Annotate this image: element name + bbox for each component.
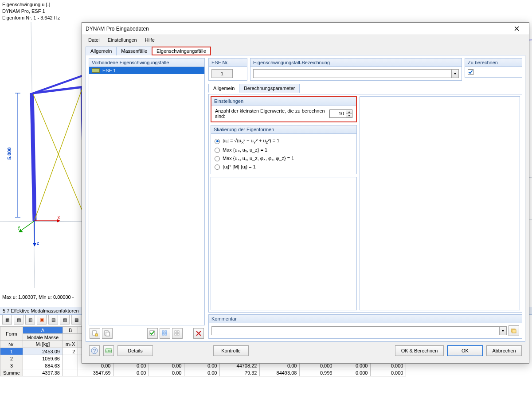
new-button[interactable] <box>90 328 100 339</box>
kontrolle-button[interactable]: Kontrolle <box>213 345 249 356</box>
svg-marker-23 <box>33 243 36 246</box>
titlebar[interactable]: DYNAM Pro Eingabedaten <box>82 23 529 35</box>
overlay-l2: DYNAM Pro, ESF 1 <box>2 8 60 15</box>
close-button[interactable] <box>508 23 525 35</box>
skalierung-group: Skalierung der Eigenformen |uⱼ| = √(uX² … <box>211 125 357 174</box>
toolbar-btn-3[interactable]: ▥ <box>25 315 35 325</box>
svg-line-13 <box>33 94 84 215</box>
tab-allgemein[interactable]: Allgemein <box>86 47 117 55</box>
spin-down-icon[interactable]: ▼ <box>346 114 352 117</box>
tab-eigenschwingungsfaelle[interactable]: Eigenschwingungsfälle <box>152 47 211 55</box>
svg-rect-39 <box>512 330 516 333</box>
empty-panel-left <box>211 177 357 310</box>
eigenwerte-spin[interactable]: ▲ ▼ <box>329 110 352 118</box>
units-button[interactable]: 0.00 <box>103 345 114 356</box>
subtab-berechnungsparameter[interactable]: Berechnungsparameter <box>239 84 300 93</box>
list-item[interactable]: ESF 1 <box>89 67 204 74</box>
tool-3-button[interactable] <box>172 328 183 339</box>
copy-button[interactable] <box>102 328 113 339</box>
dialog-title: DYNAM Pro Eingabedaten <box>86 26 508 32</box>
esfnr-value: 1 <box>211 69 233 78</box>
units-icon: 0.00 <box>105 347 112 354</box>
kommentar-combo[interactable]: ▼ <box>211 326 507 335</box>
scale-radio-3[interactable] <box>215 156 220 161</box>
bezeichnung-head: Eigenschwingungsfall-Bezeichnung <box>250 58 462 66</box>
esf-list[interactable]: ESF 1 <box>89 66 205 325</box>
new-doc-icon <box>92 330 98 336</box>
menu-settings[interactable]: Einstellungen <box>104 36 141 43</box>
subtab-allgemein[interactable]: Allgemein <box>208 84 239 93</box>
eigenwerte-label: Anzahl der kleinsten Eigenwerte, die zu … <box>215 108 325 119</box>
col-modalemasse: Modale Masse <box>23 334 63 341</box>
esfnr-head: ESF Nr. <box>208 58 247 66</box>
einstellungen-group: Einstellungen Anzahl der kleinsten Eigen… <box>211 96 357 122</box>
details-button[interactable]: Details <box>117 345 153 356</box>
menu-help[interactable]: Hilfe <box>141 36 158 43</box>
scale-radio-4[interactable] <box>215 164 220 170</box>
svg-rect-34 <box>175 331 176 332</box>
deselect-all-icon <box>174 330 180 336</box>
svg-line-14 <box>35 88 82 220</box>
toolbar-btn-6[interactable]: ▨ <box>60 315 70 325</box>
help-icon: ? <box>91 347 98 354</box>
col-B[interactable]: B <box>63 327 78 334</box>
svg-text:5.000: 5.000 <box>7 147 12 160</box>
color-swatch-icon <box>92 68 100 73</box>
tool-2-button[interactable] <box>160 328 170 339</box>
bezeichnung-combo[interactable]: ▼ <box>253 69 459 78</box>
svg-rect-35 <box>177 331 179 332</box>
kommentar-head: Kommentar <box>208 314 522 323</box>
grid-check-icon <box>149 330 156 336</box>
col-nr: Nr. <box>0 341 23 348</box>
help-button[interactable]: ? <box>89 345 100 356</box>
toolbar-btn-7[interactable]: ▩ <box>71 315 81 325</box>
svg-line-19 <box>22 221 35 230</box>
tab-content: Vorhandene Eigenschwingungsfälle ESF 1 <box>86 55 525 342</box>
svg-text:x: x <box>58 215 60 220</box>
cancel-button[interactable]: Abbrechen <box>486 345 522 356</box>
toolbar-btn-1[interactable]: ▦ <box>2 315 12 325</box>
chevron-down-icon: ▼ <box>451 70 458 78</box>
scale-radio-1[interactable] <box>215 139 220 144</box>
viewport-overlay-text: Eigenschwingung u [-] DYNAM Pro, ESF 1 E… <box>2 1 60 21</box>
svg-rect-33 <box>165 333 167 335</box>
results-toolbar: ▦ ▤ ▥ ▣ ▧ ▨ ▩ <box>2 315 81 325</box>
delete-button[interactable] <box>193 328 204 339</box>
tab-massenfaelle[interactable]: Massenfälle <box>116 47 152 55</box>
toolbar-btn-4[interactable]: ▣ <box>37 315 47 325</box>
eigenwerte-input[interactable] <box>330 110 346 117</box>
einstellungen-head: Einstellungen <box>211 97 356 106</box>
menubar: Datei Einstellungen Hilfe <box>82 35 529 45</box>
ok-calc-button[interactable]: OK & Berechnen <box>395 345 444 356</box>
scale-radio-2[interactable] <box>215 148 220 153</box>
tool-1-button[interactable] <box>147 328 158 339</box>
spin-up-icon[interactable]: ▲ <box>346 110 352 114</box>
col-A[interactable]: A <box>23 327 63 334</box>
ok-button[interactable]: OK <box>447 345 483 356</box>
svg-rect-28 <box>106 332 110 336</box>
dialog-buttonbar: ? 0.00 Details Kontrolle OK & Berechnen … <box>86 342 525 360</box>
sub-tabs: Allgemein Berechnungsparameter <box>208 83 522 92</box>
svg-line-6 <box>32 93 35 221</box>
chevron-down-icon: ▼ <box>499 327 506 335</box>
menu-file[interactable]: Datei <box>85 36 103 43</box>
viewport-status: Max u: 1.00307, Min u: 0.00000 - <box>2 294 74 300</box>
list-item-label: ESF 1 <box>102 68 116 73</box>
scale-label-2: Max {uₓ, uᵧ, u_z} = 1 <box>223 147 267 153</box>
left-panel-head: Vorhandene Eigenschwingungsfälle <box>89 58 205 66</box>
zuberechnen-checkbox[interactable] <box>468 69 473 75</box>
delete-icon <box>196 331 201 336</box>
svg-text:?: ? <box>93 348 96 353</box>
svg-text:0.00: 0.00 <box>106 349 112 352</box>
copy-icon <box>104 330 110 336</box>
toolbar-btn-2[interactable]: ▤ <box>14 315 23 325</box>
scale-label-4: {uⱼ}ᵀ [M] {uⱼ} = 1 <box>223 164 256 170</box>
col-form: Form <box>0 327 23 341</box>
svg-rect-32 <box>162 333 164 335</box>
toolbar-btn-5[interactable]: ▧ <box>48 315 58 325</box>
svg-text:y: y <box>18 225 20 230</box>
svg-rect-26 <box>95 334 98 336</box>
kommentar-pick-button[interactable] <box>509 325 519 336</box>
dynam-pro-dialog: DYNAM Pro Eingabedaten Datei Einstellung… <box>82 22 529 364</box>
select-all-icon <box>162 330 168 336</box>
